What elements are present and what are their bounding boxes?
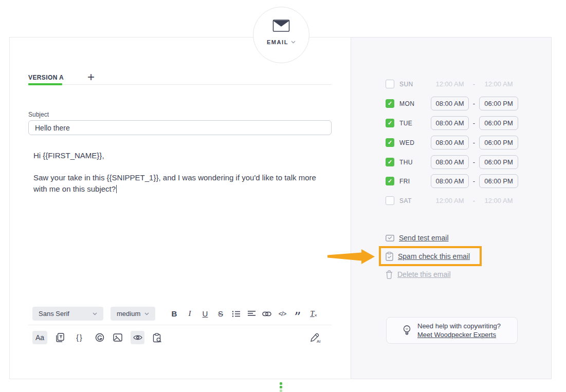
font-size-dropdown[interactable]: medium	[111, 307, 155, 321]
day-label-thu: THU	[399, 159, 422, 166]
align-button[interactable]	[245, 307, 258, 321]
time-dash: -	[469, 139, 479, 146]
ai-pen-icon: AI	[309, 332, 322, 343]
tab-version-a[interactable]: VERSION A	[28, 74, 64, 81]
start-time-tue[interactable]: 08:00 AM	[431, 116, 469, 130]
chevron-down-icon	[291, 41, 296, 44]
start-time-mon[interactable]: 08:00 AM	[431, 97, 469, 110]
clear-format-button[interactable]: T×	[307, 307, 320, 321]
connector-dot	[280, 389, 282, 392]
check-icon: ✓	[388, 139, 392, 146]
start-time-thu[interactable]: 08:00 AM	[431, 155, 469, 169]
add-version-button[interactable]: +	[85, 71, 97, 84]
spam-check-row: Spam check this email	[386, 250, 470, 263]
font-family-dropdown[interactable]: Sans Serif	[32, 307, 103, 321]
end-time-wed[interactable]: 06:00 PM	[479, 136, 518, 150]
font-size-value: medium	[117, 310, 140, 318]
email-step-label[interactable]: EMAIL	[253, 39, 309, 45]
clipboard-search-icon	[153, 333, 162, 343]
schedule-row-wed: ✓ WED 08:00 AM - 06:00 PM	[386, 136, 535, 150]
checkbox-thu[interactable]: ✓	[386, 158, 394, 166]
time-dash: -	[469, 80, 479, 88]
snippets-button[interactable]: {}	[74, 331, 86, 344]
blockquote-button[interactable]: ”	[291, 307, 304, 321]
day-label-fri: FRI	[399, 178, 422, 185]
connector-dot	[280, 382, 282, 385]
checkbox-fri[interactable]: ✓	[386, 177, 394, 185]
body-paragraph-greeting: Hi {{FIRST_NAME}},	[33, 150, 329, 161]
schedule-row-thu: ✓ THU 08:00 AM - 06:00 PM	[386, 155, 535, 169]
day-label-sat: SAT	[399, 197, 422, 204]
braces-icon: {}	[76, 333, 83, 342]
day-label-wed: WED	[399, 139, 422, 146]
subject-input[interactable]	[28, 120, 332, 135]
bold-button[interactable]: B	[168, 307, 181, 321]
chevron-down-icon	[93, 312, 97, 315]
strikethrough-button[interactable]: S	[214, 307, 227, 321]
image-button[interactable]	[112, 331, 123, 344]
day-label-sun: SUN	[399, 81, 422, 88]
day-label-tue: TUE	[399, 120, 422, 127]
font-family-value: Sans Serif	[39, 310, 69, 318]
start-time-sun: 12:00 AM	[431, 80, 469, 88]
time-dash: -	[469, 158, 479, 166]
end-time-mon[interactable]: 06:00 PM	[479, 97, 518, 110]
bullet-list-icon	[232, 310, 240, 318]
envelope-icon	[272, 19, 290, 32]
connector-dot	[280, 386, 282, 388]
lightbulb-icon	[403, 325, 411, 336]
subject-label: Subject	[28, 111, 49, 118]
copywriting-help-box: Need help with copywriting? Meet Woodpec…	[386, 317, 518, 344]
template-icon	[56, 333, 64, 342]
time-dash: -	[469, 119, 479, 127]
clipboard-check-icon	[386, 252, 393, 261]
align-left-icon	[248, 310, 255, 318]
version-tabs-bar	[28, 71, 332, 85]
check-icon: ✓	[388, 178, 392, 184]
checkbox-sun[interactable]	[386, 80, 394, 88]
end-time-thu[interactable]: 06:00 PM	[479, 155, 518, 169]
text-style-button[interactable]: Aa	[32, 331, 47, 344]
checkbox-sat[interactable]	[386, 196, 394, 205]
end-time-tue[interactable]: 06:00 PM	[479, 116, 518, 130]
image-icon	[113, 333, 122, 342]
checkbox-mon[interactable]: ✓	[386, 99, 394, 108]
trash-icon	[386, 270, 393, 279]
start-time-wed[interactable]: 08:00 AM	[431, 136, 469, 150]
check-icon: ✓	[388, 159, 392, 165]
code-button[interactable]: </>	[276, 307, 289, 321]
email-body-editor[interactable]: Hi {{FIRST_NAME}}, Saw your take in this…	[33, 150, 329, 195]
check-icon: ✓	[388, 120, 392, 126]
checkbox-tue[interactable]: ✓	[386, 119, 394, 127]
clear-format-letter: T	[310, 309, 314, 318]
templates-button[interactable]	[54, 331, 66, 344]
active-tab-underline	[28, 83, 62, 85]
preview-button[interactable]	[131, 331, 144, 344]
checkbox-wed[interactable]: ✓	[386, 138, 394, 147]
spam-check-link[interactable]: Spam check this email	[398, 252, 470, 260]
time-dash: -	[469, 100, 479, 107]
ai-assistant-button[interactable]: AI	[308, 331, 323, 344]
start-time-sat: 12:00 AM	[431, 197, 469, 204]
delete-email-row: Delete this email	[386, 268, 451, 281]
schedule-row-fri: ✓ FRI 08:00 AM - 06:00 PM	[386, 174, 535, 188]
email-step-badge[interactable]	[253, 7, 309, 63]
italic-button[interactable]: I	[183, 307, 196, 321]
gif-button[interactable]	[94, 331, 105, 344]
toolbar-divider	[28, 325, 332, 325]
check-icon: ✓	[388, 100, 392, 107]
schedule-row-tue: ✓ TUE 08:00 AM - 06:00 PM	[386, 116, 535, 130]
end-time-fri[interactable]: 06:00 PM	[479, 174, 518, 188]
start-time-fri[interactable]: 08:00 AM	[431, 174, 469, 188]
text-caret	[116, 185, 117, 193]
underline-button[interactable]: U	[198, 307, 212, 321]
envelope-icon	[386, 235, 394, 241]
link-button[interactable]	[260, 307, 273, 321]
meet-experts-link[interactable]: Meet Woodpecker Experts	[417, 330, 501, 339]
bullet-list-button[interactable]	[229, 307, 243, 321]
svg-text:AI: AI	[317, 339, 321, 343]
time-dash: -	[469, 197, 479, 204]
spam-test-button[interactable]	[151, 331, 163, 344]
send-test-email-link[interactable]: Send test email	[399, 234, 449, 242]
delete-email-link[interactable]: Delete this email	[397, 270, 451, 278]
